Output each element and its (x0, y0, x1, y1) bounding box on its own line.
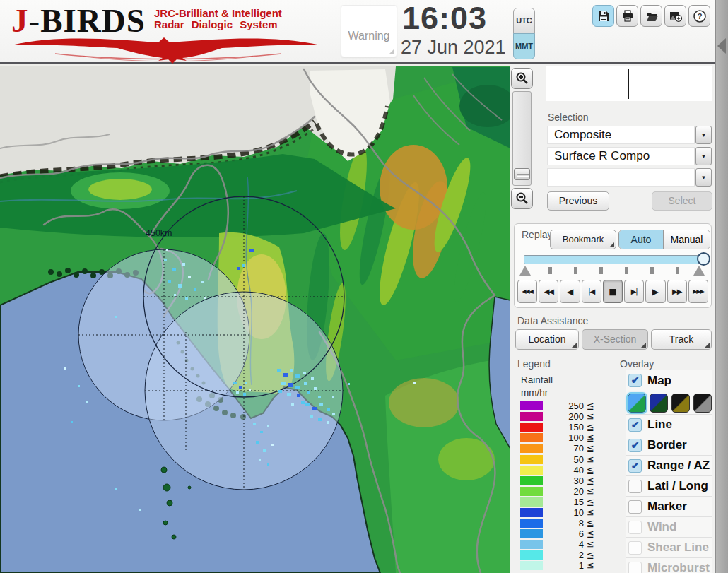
svg-text:?: ? (697, 12, 702, 20)
wind-checkbox[interactable] (628, 521, 642, 534)
legend-color-swatch (520, 412, 543, 421)
dropdown-fold-icon (572, 343, 577, 348)
add-image-button[interactable] (664, 5, 686, 27)
legend-color-swatch (520, 487, 543, 496)
transport-forward-fast[interactable]: ▶▶▶ (688, 280, 708, 303)
transport-play[interactable]: ▶ (645, 280, 665, 303)
x-section-button[interactable]: X-Section (582, 329, 648, 350)
location-label: Location (529, 333, 566, 345)
map-style-black-olive[interactable] (671, 394, 690, 413)
previous-button[interactable]: Previous (547, 191, 609, 211)
legend-value: 70 (548, 443, 584, 454)
marker-label: Marker (647, 500, 687, 514)
slider-tick (650, 267, 654, 274)
location-button[interactable]: Location (515, 329, 579, 350)
dropdown-fold-icon (609, 242, 614, 247)
lte-symbol: ≦ (587, 560, 594, 571)
legend-row: 4≦ (520, 539, 612, 550)
map-style-black-gray[interactable] (693, 394, 712, 413)
lati-long-label: Lati / Long (647, 479, 708, 493)
lati-long-checkbox[interactable] (628, 480, 642, 493)
timezone-mmt-button[interactable]: MMT (513, 33, 535, 59)
transport-stop[interactable]: ■ (603, 280, 623, 303)
border-checkbox[interactable]: ✔ (628, 439, 642, 452)
dropdown-category-arrow[interactable]: ▼ (695, 126, 712, 144)
dropdown-product-arrow[interactable]: ▼ (695, 147, 712, 165)
map-zoom-control (510, 67, 534, 212)
selection-label: Selection (548, 112, 589, 123)
legend-value: 1 (548, 560, 584, 571)
transport-step-back[interactable]: ◀ (560, 280, 580, 303)
save-button[interactable] (592, 5, 614, 27)
overlay-label: Overlay (620, 358, 654, 370)
transport-skip-last[interactable]: ▶| (624, 280, 644, 303)
radar-map[interactable]: 450km (0, 64, 510, 573)
overlay-row-wind: Wind (626, 516, 712, 537)
eagle-icon (10, 34, 325, 64)
lte-symbol: ≦ (587, 539, 594, 550)
dropdown-fold-icon (641, 343, 646, 348)
bookmark-label: Bookmark (563, 234, 604, 244)
legend-value: 150 (548, 422, 584, 432)
legend-value: 30 (548, 475, 584, 486)
dropdown-option-arrow[interactable]: ▼ (695, 168, 712, 187)
overlay-row-lati-long: Lati / Long (626, 475, 712, 496)
overlay-row-map: ✔Map (626, 370, 712, 391)
timezone-utc-button[interactable]: UTC (513, 8, 535, 34)
logo-tagline: JRC-Brilliant & Intelligent Radar Dialog… (154, 8, 282, 30)
auto-mode-button[interactable]: Auto (619, 230, 664, 249)
legend-value: 20 (548, 486, 584, 497)
map-label: Map (647, 374, 671, 388)
dropdown-option[interactable] (547, 168, 695, 187)
transport-rewind-fast[interactable]: ◀◀◀ (517, 280, 537, 303)
shear-line-checkbox[interactable] (628, 541, 642, 555)
manual-mode-button[interactable]: Manual (664, 230, 710, 249)
legend-row: 1≦ (520, 560, 612, 571)
warning-button[interactable]: Warning (341, 5, 397, 57)
legend-value: 40 (548, 465, 584, 475)
range-az-checkbox[interactable]: ✔ (628, 459, 642, 473)
replay-slider-handle[interactable] (697, 252, 710, 266)
wind-label: Wind (647, 520, 676, 534)
map-style-blue-green[interactable] (628, 394, 646, 413)
track-button[interactable]: Track (651, 329, 712, 350)
zoom-in-button[interactable] (511, 68, 533, 89)
dropdown-product[interactable]: Surface R Compo (547, 147, 695, 165)
transport-forward[interactable]: ▶▶ (667, 280, 687, 303)
overlay-row-border: ✔Border (626, 435, 712, 455)
transport-skip-first[interactable]: |◀ (582, 280, 601, 303)
zoom-slider-handle[interactable] (514, 168, 530, 180)
legend-color-swatch (520, 550, 543, 560)
clock-date: 27 Jun 2021 (401, 37, 506, 59)
select-button[interactable]: Select (652, 191, 712, 211)
lte-symbol: ≦ (587, 411, 594, 422)
legend-color-swatch (520, 466, 543, 475)
panel-edge-strip[interactable] (715, 0, 728, 573)
transport-rewind[interactable]: ◀◀ (539, 280, 558, 303)
open-folder-button[interactable] (640, 5, 662, 27)
line-checkbox[interactable]: ✔ (628, 418, 642, 432)
legend-value: 200 (548, 411, 584, 422)
zoom-out-button[interactable] (511, 188, 533, 209)
zoom-slider-track[interactable] (512, 91, 532, 186)
legend-color-swatch (520, 561, 543, 570)
slider-tick (625, 267, 628, 274)
marker-checkbox[interactable] (628, 500, 642, 514)
legend-color-swatch (520, 529, 543, 538)
replay-slider-track[interactable] (524, 255, 703, 264)
map-style-navy-darkgreen[interactable] (650, 394, 668, 413)
lte-symbol: ≦ (587, 443, 594, 454)
map-checkbox[interactable]: ✔ (628, 374, 642, 387)
help-button[interactable]: ? (688, 5, 710, 27)
legend-row: 150≦ (520, 422, 612, 432)
microburst-checkbox[interactable] (628, 562, 642, 573)
lte-symbol: ≦ (587, 507, 594, 518)
transport-controls: ◀◀◀◀◀◀|◀■▶|▶▶▶▶▶▶ (517, 280, 709, 303)
bookmark-button[interactable]: Bookmark (550, 230, 616, 249)
print-button[interactable] (616, 5, 638, 27)
dropdown-category[interactable]: Composite (547, 126, 695, 144)
x-section-label: X-Section (594, 333, 637, 345)
collapse-panel-arrow-icon[interactable] (717, 38, 726, 54)
legend-color-swatch (520, 401, 543, 410)
legend-row: 70≦ (520, 443, 612, 454)
